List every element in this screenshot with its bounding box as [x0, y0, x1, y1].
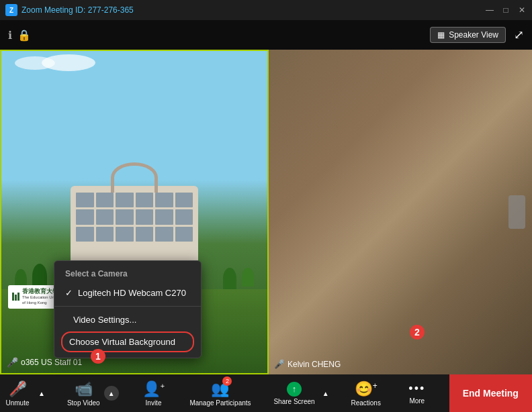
unmute-label: Unmute	[5, 399, 29, 407]
minimize-button[interactable]: —	[485, 5, 494, 15]
reactions-button[interactable]: 😊+ Reactions	[347, 374, 384, 412]
camera-select-popup: Select a Camera Logitech HD Webcam C270 …	[54, 260, 202, 358]
info-icon[interactable]: ℹ	[8, 29, 12, 42]
unmute-button[interactable]: 🎤 Unmute	[0, 374, 35, 412]
manage-participants-group: 👥 2 Manage Participants	[185, 374, 255, 412]
speaker-view-label: Speaker View	[449, 30, 498, 40]
share-screen-caret[interactable]: ▲	[319, 374, 332, 412]
video-settings-option[interactable]: Video Settings...	[54, 309, 201, 330]
participant-video-right	[269, 50, 532, 374]
participant-name-right: Kelvin CHENG	[287, 360, 341, 369]
stop-video-group: 📹 Stop Video ▲	[63, 374, 122, 412]
camera-name: Logitech HD Webcam C270	[78, 288, 186, 298]
speaker-view-button[interactable]: ▦ Speaker View	[430, 27, 506, 43]
maximize-button[interactable]: □	[501, 5, 511, 15]
speaker-view-icon: ▦	[437, 30, 445, 40]
reactions-group: 😊+ Reactions	[347, 374, 384, 412]
video-right-panel: 🎤 Kelvin CHENG	[269, 50, 532, 374]
manage-participants-button[interactable]: 👥 2 Manage Participants	[185, 374, 255, 412]
top-bar: ℹ 🔒 ▦ Speaker View ⤢	[0, 20, 532, 50]
mic-icon: 🎤	[9, 380, 27, 398]
manage-participants-label: Manage Participants	[189, 399, 251, 407]
share-screen-icon: ↑	[287, 382, 302, 397]
video-icon: 📹	[75, 380, 93, 398]
camera-option-logitech[interactable]: Logitech HD Webcam C270	[54, 282, 201, 303]
top-right-controls: ▦ Speaker View ⤢	[430, 27, 524, 43]
unmute-caret[interactable]: ▲	[35, 374, 48, 412]
mic-muted-icon-right: 🎤	[274, 359, 285, 369]
window-title: Zoom Meeting ID: 277-276-365	[21, 5, 485, 15]
video-settings-label: Video Settings...	[73, 315, 136, 325]
invite-button[interactable]: 👤+ Invite	[136, 374, 171, 412]
lock-icon: 🔒	[17, 29, 31, 42]
participant-label-left: 🎤 o365 US Staff 01	[7, 357, 82, 368]
more-group: ••• More	[400, 374, 435, 412]
choose-virtual-background-button[interactable]: Choose Virtual Background	[61, 331, 194, 352]
stop-video-label: Stop Video	[67, 399, 100, 407]
popup-header: Select a Camera	[54, 265, 201, 282]
fullscreen-button[interactable]: ⤢	[514, 28, 524, 42]
stop-video-button[interactable]: 📹 Stop Video	[63, 374, 104, 412]
step-1-label: 1	[91, 349, 105, 364]
mic-muted-icon-left: 🎤	[7, 357, 18, 368]
reactions-icon: 😊+	[355, 380, 378, 398]
popup-divider	[54, 306, 201, 307]
participant-label-right: 🎤 Kelvin CHENG	[274, 359, 341, 369]
end-meeting-label: End Meeting	[463, 388, 519, 399]
share-screen-button[interactable]: ↑ Share Screen	[269, 374, 318, 412]
share-screen-label: Share Screen	[273, 398, 314, 405]
more-button[interactable]: ••• More	[400, 374, 435, 412]
choose-virtual-bg-label: Choose Virtual Background	[69, 337, 175, 347]
share-screen-group: ↑ Share Screen ▲	[269, 374, 332, 412]
reactions-label: Reactions	[351, 399, 380, 407]
window-controls: — □ ✕	[485, 5, 527, 15]
invite-icon: 👤+	[142, 380, 165, 398]
participants-icon: 👥 2	[211, 380, 229, 398]
participants-badge: 2	[222, 376, 232, 386]
zoom-logo: Z	[5, 4, 17, 16]
title-bar: Z Zoom Meeting ID: 277-276-365 — □ ✕	[0, 0, 532, 20]
more-label: More	[409, 397, 425, 405]
more-icon: •••	[408, 382, 425, 396]
participant-name-left: o365 US Staff 01	[21, 358, 82, 367]
toolbar: 🎤 Unmute ▲ 📹 Stop Video ▲ 👤+ Invite 👥 2 …	[0, 374, 532, 412]
step-2-label: 2	[410, 325, 425, 340]
end-meeting-button[interactable]: End Meeting	[449, 374, 532, 412]
invite-group: 👤+ Invite	[136, 374, 171, 412]
unmute-group: 🎤 Unmute ▲	[0, 374, 48, 412]
stop-video-caret[interactable]: ▲	[104, 386, 119, 401]
invite-label: Invite	[146, 399, 162, 407]
close-button[interactable]: ✕	[517, 5, 527, 15]
